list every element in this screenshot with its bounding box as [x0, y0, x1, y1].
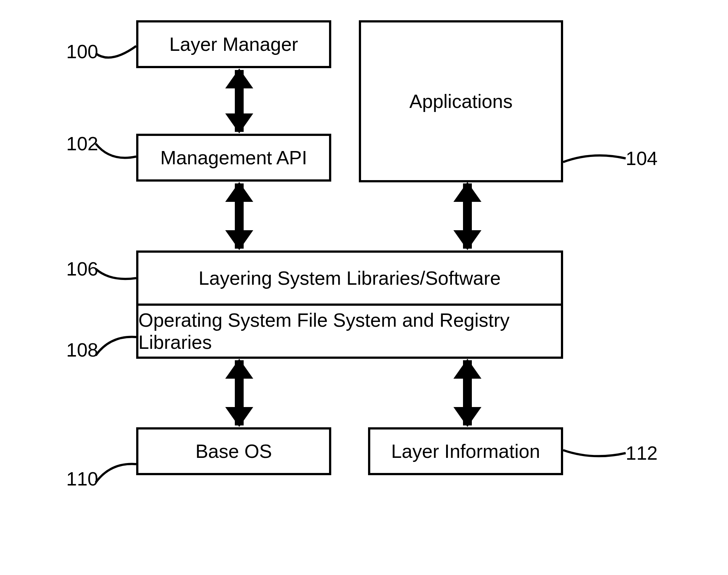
box-label: Applications: [409, 90, 512, 112]
box-layering-libraries: Layering System Libraries/Software: [136, 250, 563, 306]
box-base-os: Base OS: [136, 427, 331, 475]
box-os-fs-registry: Operating System File System and Registr…: [136, 304, 563, 359]
box-management-api: Management API: [136, 134, 331, 182]
box-layer-manager: Layer Manager: [136, 20, 331, 68]
leader-112: [563, 446, 626, 460]
leader-108: [96, 335, 140, 361]
box-label: Layer Information: [391, 440, 540, 462]
ref-label-108: 108: [66, 339, 98, 361]
box-label: Base OS: [195, 440, 272, 462]
box-label: Layer Manager: [169, 33, 298, 55]
arrow-head-down-icon: [453, 230, 481, 250]
arrow-head-down-icon: [453, 407, 481, 427]
diagram-stage: Layer Manager Management API Application…: [0, 0, 728, 575]
leader-106: [96, 263, 140, 282]
ref-label-110: 110: [66, 468, 98, 490]
arrow-applications-to-layering: [453, 183, 482, 249]
box-label: Management API: [160, 147, 307, 169]
arrow-head-down-icon: [225, 113, 253, 133]
leader-104: [563, 151, 626, 166]
arrow-layer-manager-to-api: [225, 70, 254, 132]
leader-100: [96, 42, 140, 64]
arrow-os-to-layer-info: [453, 360, 482, 425]
ref-label-100: 100: [66, 41, 98, 63]
arrow-os-to-base-os: [225, 360, 254, 425]
box-label: Operating System File System and Registr…: [138, 309, 561, 353]
ref-label-104: 104: [626, 147, 658, 169]
ref-label-112: 112: [626, 442, 658, 464]
leader-110: [96, 462, 140, 488]
box-label: Layering System Libraries/Software: [199, 267, 501, 289]
ref-label-106: 106: [66, 258, 98, 280]
arrow-api-to-layering: [225, 183, 254, 249]
ref-label-102: 102: [66, 133, 98, 155]
leader-102: [96, 136, 140, 162]
box-applications: Applications: [359, 20, 563, 182]
arrow-head-down-icon: [225, 407, 253, 427]
box-layer-information: Layer Information: [368, 427, 563, 475]
arrow-head-down-icon: [225, 230, 253, 250]
